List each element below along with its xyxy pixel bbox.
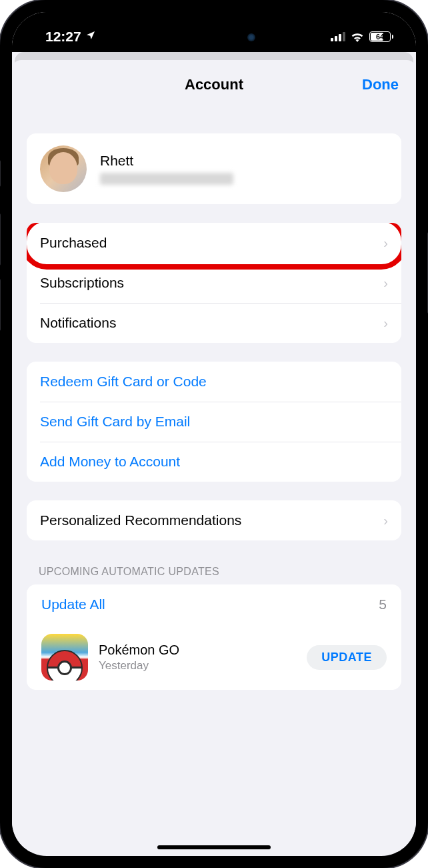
update-button[interactable]: UPDATE <box>307 645 387 670</box>
chevron-right-icon: › <box>383 236 388 251</box>
status-time: 12:27 <box>45 29 81 45</box>
personalized-row[interactable]: Personalized Recommendations › <box>27 500 401 540</box>
location-arrow-icon <box>85 30 96 44</box>
home-indicator[interactable] <box>157 845 271 849</box>
app-icon-pokemon-go <box>41 634 88 681</box>
add-money-label: Add Money to Account <box>40 454 388 470</box>
dynamic-island <box>165 24 263 51</box>
battery-icon: 64 <box>369 31 393 42</box>
app-update-row[interactable]: Pokémon GO Yesterday UPDATE <box>27 624 401 690</box>
add-money-row[interactable]: Add Money to Account <box>27 442 401 482</box>
profile-row[interactable]: Rhett <box>27 133 401 204</box>
personalized-label: Personalized Recommendations <box>40 512 383 528</box>
app-name: Pokémon GO <box>99 642 296 658</box>
purchased-label: Purchased <box>40 235 383 251</box>
notifications-label: Notifications <box>40 315 383 331</box>
send-gift-label: Send Gift Card by Email <box>40 414 388 430</box>
subscriptions-label: Subscriptions <box>40 275 383 291</box>
chevron-right-icon: › <box>383 316 388 331</box>
chevron-right-icon: › <box>383 276 388 291</box>
app-update-time: Yesterday <box>99 659 296 673</box>
profile-email-blurred <box>100 173 233 185</box>
send-gift-row[interactable]: Send Gift Card by Email <box>27 402 401 442</box>
page-title: Account <box>185 76 243 93</box>
update-all-row[interactable]: Update All 5 <box>27 584 401 624</box>
notifications-row[interactable]: Notifications › <box>27 303 401 343</box>
redeem-label: Redeem Gift Card or Code <box>40 374 388 390</box>
modal-header: Account Done <box>12 60 416 105</box>
purchased-row[interactable]: Purchased › <box>27 223 401 263</box>
done-button[interactable]: Done <box>362 76 399 93</box>
update-all-label: Update All <box>41 596 105 612</box>
chevron-right-icon: › <box>383 513 388 528</box>
avatar <box>40 145 87 192</box>
profile-name: Rhett <box>100 153 388 169</box>
update-count: 5 <box>379 596 387 612</box>
redeem-row[interactable]: Redeem Gift Card or Code <box>27 362 401 402</box>
wifi-icon <box>351 32 364 42</box>
subscriptions-row[interactable]: Subscriptions › <box>27 263 401 303</box>
updates-section-header: UPCOMING AUTOMATIC UPDATES <box>12 566 416 578</box>
cellular-signal-icon <box>331 32 345 41</box>
